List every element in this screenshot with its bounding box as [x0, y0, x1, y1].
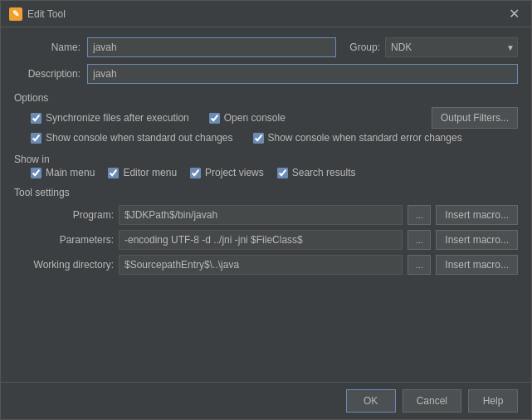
options-label: Options — [14, 92, 518, 104]
dialog-footer: OK Cancel Help — [1, 382, 531, 419]
show-in-label: Show in — [14, 154, 518, 165]
working-dir-label: Working directory: — [14, 259, 114, 271]
main-menu-item: Main menu — [31, 167, 95, 178]
program-ellipsis-button[interactable]: ... — [408, 205, 431, 225]
name-group-row: Name: Group: NDK ▼ — [14, 37, 518, 57]
help-button[interactable]: Help — [468, 389, 518, 413]
dialog-content: Name: Group: NDK ▼ Description: Options — [1, 27, 531, 382]
working-dir-insert-macro-button[interactable]: Insert macro... — [436, 255, 518, 275]
program-insert-macro-button[interactable]: Insert macro... — [436, 205, 518, 225]
show-console-out-label: Show console when standard out changes — [46, 132, 233, 144]
sync-files-checkbox[interactable] — [31, 113, 41, 124]
show-console-out-item: Show console when standard out changes — [31, 132, 233, 144]
description-label: Description: — [14, 68, 81, 80]
open-console-item: Open console — [209, 112, 286, 124]
search-results-label: Search results — [292, 167, 356, 178]
program-row: Program: ... Insert macro... — [14, 205, 518, 225]
show-console-err-label: Show console when standard error changes — [268, 132, 462, 144]
program-input[interactable] — [119, 205, 403, 225]
project-views-item: Project views — [190, 167, 264, 178]
tool-settings-section: Tool settings Program: ... Insert macro.… — [14, 185, 518, 275]
description-row: Description: — [14, 64, 518, 84]
show-console-err-item: Show console when standard error changes — [253, 132, 462, 144]
project-views-label: Project views — [205, 167, 264, 178]
name-label: Name: — [14, 42, 81, 53]
ok-button[interactable]: OK — [346, 389, 396, 413]
search-results-checkbox[interactable] — [277, 168, 288, 178]
parameters-input[interactable] — [119, 230, 403, 250]
open-console-label: Open console — [224, 112, 286, 124]
output-filters-button[interactable]: Output Filters... — [432, 107, 518, 129]
group-label: Group: — [349, 42, 380, 53]
sync-files-label: Synchronize files after execution — [46, 112, 189, 124]
sync-files-item: Synchronize files after execution — [31, 112, 189, 124]
project-views-checkbox[interactable] — [190, 168, 201, 178]
search-results-item: Search results — [277, 167, 356, 178]
parameters-ellipsis-button[interactable]: ... — [408, 230, 431, 250]
editor-menu-label: Editor menu — [123, 167, 177, 178]
show-in-row: Main menu Editor menu Project views Sear… — [14, 167, 518, 178]
working-dir-input[interactable] — [119, 255, 403, 275]
open-console-checkbox[interactable] — [209, 113, 220, 124]
show-console-out-checkbox[interactable] — [31, 133, 41, 144]
main-menu-checkbox[interactable] — [31, 168, 41, 178]
dialog-title: Edit Tool — [27, 8, 66, 20]
close-button[interactable]: ✕ — [505, 7, 523, 21]
edit-tool-dialog: ✎ Edit Tool ✕ Name: Group: NDK ▼ Descrip… — [0, 0, 532, 420]
description-input[interactable] — [87, 64, 518, 84]
group-select-wrapper: NDK ▼ — [385, 37, 518, 57]
program-label: Program: — [14, 209, 114, 221]
title-bar: ✎ Edit Tool ✕ — [1, 1, 531, 27]
options-row-2: Show console when standard out changes S… — [14, 130, 518, 145]
parameters-row: Parameters: ... Insert macro... — [14, 230, 518, 250]
options-section: Options Synchronize files after executio… — [14, 90, 518, 145]
group-select[interactable]: NDK — [385, 37, 518, 57]
parameters-insert-macro-button[interactable]: Insert macro... — [436, 230, 518, 250]
show-in-section: Show in Main menu Editor menu Project vi… — [14, 152, 518, 178]
options-row-1: Synchronize files after execution Open c… — [14, 105, 518, 130]
cancel-button[interactable]: Cancel — [403, 389, 461, 413]
group-row: Group: NDK ▼ — [349, 37, 518, 57]
tool-settings-label: Tool settings — [14, 187, 518, 198]
working-dir-ellipsis-button[interactable]: ... — [408, 255, 431, 275]
main-menu-label: Main menu — [46, 167, 95, 178]
editor-menu-item: Editor menu — [108, 167, 177, 178]
name-input[interactable] — [87, 37, 336, 57]
dialog-icon: ✎ — [9, 7, 22, 21]
working-dir-row: Working directory: ... Insert macro... — [14, 255, 518, 275]
parameters-label: Parameters: — [14, 234, 114, 246]
editor-menu-checkbox[interactable] — [108, 168, 119, 178]
show-console-err-checkbox[interactable] — [253, 133, 264, 144]
